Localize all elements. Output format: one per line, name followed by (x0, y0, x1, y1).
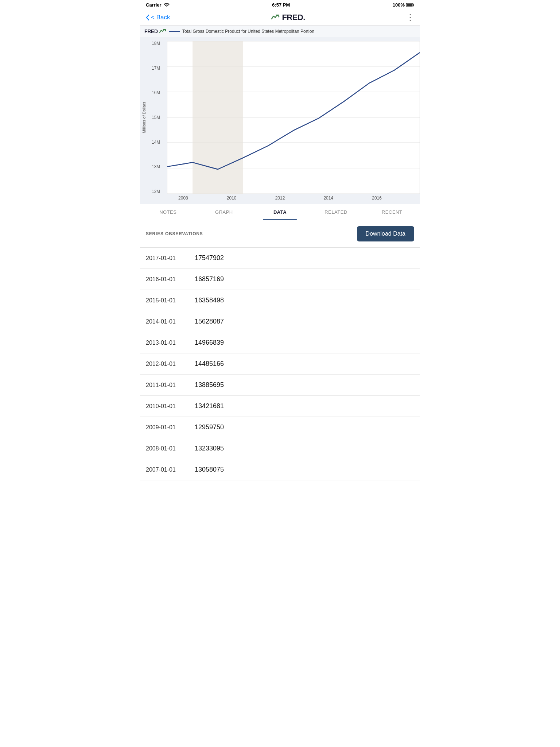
x-axis-labels: 2008 2010 2012 2014 2016 (140, 194, 420, 201)
tab-related[interactable]: RELATED (308, 204, 364, 220)
battery-icon (406, 3, 414, 7)
row-date: 2008-01-01 (146, 445, 186, 452)
row-date: 2015-01-01 (146, 297, 186, 304)
row-value: 13233095 (195, 445, 224, 452)
status-carrier: Carrier (146, 2, 170, 8)
row-value: 16358498 (195, 297, 224, 304)
fred-logo-mini-icon (159, 28, 166, 34)
row-value: 13421681 (195, 402, 224, 410)
tab-graph[interactable]: GRAPH (196, 204, 252, 220)
table-row: 2007-01-0113058075 (140, 459, 420, 480)
wifi-icon (164, 3, 170, 7)
row-date: 2009-01-01 (146, 424, 186, 431)
svg-point-0 (166, 6, 167, 7)
tab-notes[interactable]: NOTES (140, 204, 196, 220)
row-value: 15628087 (195, 318, 224, 325)
row-date: 2011-01-01 (146, 382, 186, 388)
table-row: 2009-01-0112959750 (140, 417, 420, 438)
tab-data[interactable]: DATA (252, 204, 308, 220)
app-title: FRED. (271, 13, 305, 22)
chart-header: FRED Total Gross Domestic Product for Un… (140, 26, 420, 37)
data-section: SERIES OBSERVATIONS Download Data 2017-0… (140, 220, 420, 480)
row-date: 2014-01-01 (146, 318, 186, 325)
row-date: 2013-01-01 (146, 340, 186, 346)
table-row: 2013-01-0114966839 (140, 332, 420, 353)
row-value: 14485166 (195, 360, 224, 368)
svg-rect-3 (407, 4, 413, 6)
status-time: 6:57 PM (272, 2, 290, 8)
row-value: 13885695 (195, 381, 224, 389)
row-date: 2007-01-01 (146, 467, 186, 473)
svg-rect-12 (192, 41, 243, 194)
data-header: SERIES OBSERVATIONS Download Data (140, 220, 420, 248)
chart-area: Millions of Dollars 18M 17M 16M 15M 14M … (140, 41, 420, 194)
chart-plot (167, 41, 420, 194)
table-row: 2016-01-0116857169 (140, 269, 420, 290)
table-row: 2014-01-0115628087 (140, 311, 420, 332)
table-row: 2010-01-0113421681 (140, 396, 420, 417)
chart-svg (167, 41, 420, 194)
data-rows-container: 2017-01-01175479022016-01-01168571692015… (140, 248, 420, 480)
row-date: 2017-01-01 (146, 255, 186, 262)
tab-recent[interactable]: RECENT (364, 204, 420, 220)
fred-logo: FRED (144, 28, 166, 34)
y-axis-labels: 18M 17M 16M 15M 14M 13M 12M (148, 41, 167, 194)
y-axis-title: Millions of Dollars (142, 102, 146, 133)
table-row: 2015-01-0116358498 (140, 290, 420, 311)
row-value: 12959750 (195, 423, 224, 431)
fred-logo-icon (271, 14, 280, 21)
chart-legend: Total Gross Domestic Product for United … (169, 29, 314, 34)
row-value: 13058075 (195, 466, 224, 473)
row-date: 2012-01-01 (146, 361, 186, 367)
legend-line-icon (169, 30, 180, 33)
tab-bar: NOTES GRAPH DATA RELATED RECENT (140, 204, 420, 220)
more-button[interactable]: ⋮ (406, 13, 414, 22)
svg-rect-2 (413, 4, 414, 6)
table-row: 2012-01-0114485166 (140, 353, 420, 375)
row-value: 14966839 (195, 339, 224, 347)
table-row: 2017-01-0117547902 (140, 248, 420, 269)
nav-bar: < Back FRED. ⋮ (140, 10, 420, 26)
back-chevron-icon (146, 15, 149, 20)
row-date: 2016-01-01 (146, 276, 186, 283)
table-row: 2011-01-0113885695 (140, 375, 420, 396)
status-bar: Carrier 6:57 PM 100% (140, 0, 420, 10)
row-value: 17547902 (195, 254, 224, 262)
download-data-button[interactable]: Download Data (357, 226, 414, 241)
series-observations-label: SERIES OBSERVATIONS (146, 231, 203, 236)
back-button[interactable]: < Back (146, 14, 170, 21)
table-row: 2008-01-0113233095 (140, 438, 420, 459)
chart-container: Millions of Dollars 18M 17M 16M 15M 14M … (140, 37, 420, 204)
row-value: 16857169 (195, 275, 224, 283)
row-date: 2010-01-01 (146, 403, 186, 410)
status-battery: 100% (393, 2, 414, 8)
